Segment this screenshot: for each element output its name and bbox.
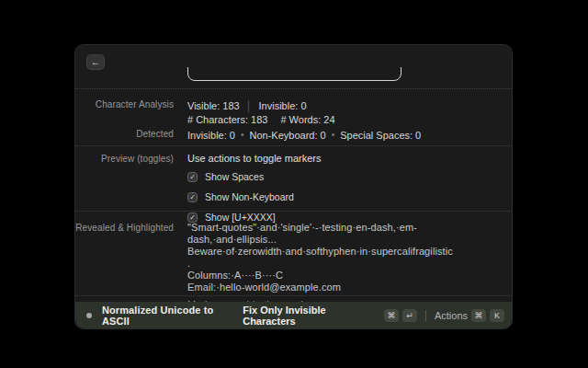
separator <box>75 88 512 89</box>
revealed-text-block: "Smart-quotes"·and·'single'·-·testing·en… <box>187 222 512 293</box>
revealed-line: Beware·of·zerowidth·and·softhyphen·in·su… <box>187 246 512 258</box>
checkbox-checked-icon[interactable]: ✓ <box>187 172 198 182</box>
revealed-row: Revealed & Highlighted "Smart-quotes"·an… <box>75 222 512 293</box>
primary-action-button[interactable]: Fix Only Invisible Characters <box>243 305 380 327</box>
visibility-stats: Visible: 183 │ Invisible: 0 <box>187 98 512 112</box>
revealed-line: "Smart-quotes"·and·'single'·-·testing·en… <box>187 222 512 234</box>
toggle-show-spaces[interactable]: ✓ Show Spaces <box>187 169 512 184</box>
visible-count: Visible: 183 <box>187 100 240 111</box>
bullet-icon: • <box>332 130 335 140</box>
toggle-label: Show Spaces <box>205 171 264 182</box>
back-arrow-icon: ← <box>91 56 101 67</box>
preview-toggles-row: Preview (toggles) Use actions to toggle … <box>75 153 512 224</box>
toggle-show-non-keyboard[interactable]: ✓ Show Non-Keyboard <box>187 190 512 204</box>
stat-divider: │ <box>246 100 253 111</box>
detected-row: Detected Invisible: 0 • Non-Keyboard: 0 … <box>75 128 512 142</box>
k-key-icon[interactable]: K <box>490 309 504 322</box>
checkbox-checked-icon[interactable]: ✓ <box>187 192 198 202</box>
toast-message: Normalized Unicode to ASCII <box>102 305 243 327</box>
characters-count: # Characters: 183 <box>187 114 267 125</box>
words-count: # Words: 24 <box>280 114 334 125</box>
separator <box>75 145 512 146</box>
detected-invisible: Invisible: 0 <box>187 130 235 141</box>
detected-stats: Invisible: 0 • Non-Keyboard: 0 • Special… <box>187 128 512 142</box>
character-analysis-label: Character Analysis <box>75 98 174 109</box>
revealed-line: dash,·and·ellipsis... <box>187 234 512 246</box>
bullet-icon: • <box>241 130 244 140</box>
checkbox-checked-icon[interactable]: ✓ <box>187 213 198 223</box>
text-input-outline[interactable] <box>187 67 401 81</box>
revealed-line: Columns:·A····B····C <box>187 270 512 282</box>
character-analysis-row: Character Analysis Visible: 183 │ Invisi… <box>75 98 512 126</box>
revealed-line: . <box>187 258 512 270</box>
count-stats: # Characters: 183 # Words: 24 <box>187 112 512 126</box>
command-key-icon[interactable]: ⌘ <box>471 309 486 322</box>
invisible-count: Invisible: 0 <box>259 100 307 111</box>
separator <box>75 211 512 212</box>
actions-menu-button[interactable]: Actions <box>435 310 468 321</box>
revealed-line: Email:·hello-world@example.com <box>187 282 512 293</box>
detected-nonkeyboard: Non-Keyboard: 0 <box>250 130 326 141</box>
text-input-clip <box>75 67 512 88</box>
toggles-hint: Use actions to toggle markers <box>187 153 512 164</box>
detected-special-spaces: Special Spaces: 0 <box>340 130 421 141</box>
toggle-label: Show Non-Keyboard <box>205 191 294 202</box>
footer-divider <box>425 310 426 321</box>
command-key-icon[interactable]: ⌘ <box>384 309 399 322</box>
return-key-icon[interactable]: ↵ <box>402 309 417 322</box>
revealed-label: Revealed & Highlighted <box>75 222 174 233</box>
footer-bar: Normalized Unicode to ASCII Fix Only Inv… <box>75 302 512 328</box>
status-dot-icon <box>86 313 92 318</box>
separator <box>75 295 512 296</box>
preview-toggles-label: Preview (toggles) <box>75 153 174 164</box>
app-window: ← Character Analysis Visible: 183 │ Invi… <box>74 44 513 329</box>
detected-label: Detected <box>75 128 174 139</box>
